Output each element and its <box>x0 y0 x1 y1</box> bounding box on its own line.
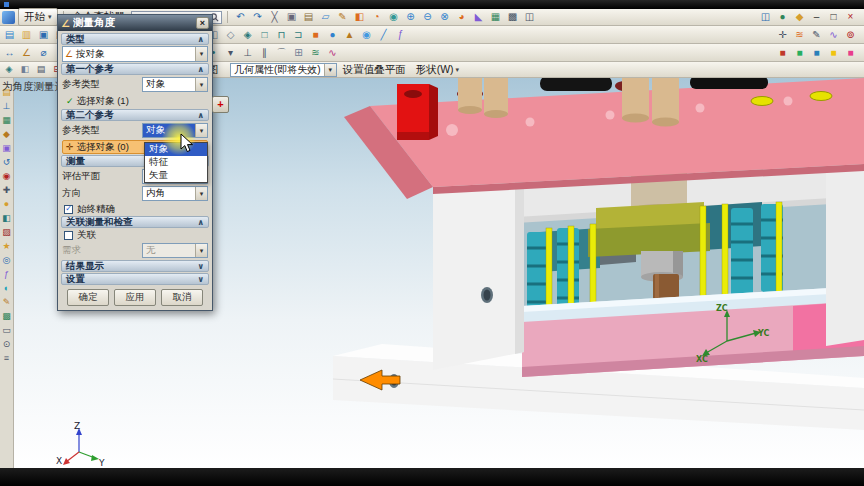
spring-cyan-3[interactable] <box>731 208 753 296</box>
iso-view-icon[interactable]: ◈ <box>240 27 255 42</box>
expressions-icon[interactable]: ƒ <box>1 268 13 280</box>
set-plane-button[interactable]: 设置值叠平面 <box>339 63 410 77</box>
sketch-icon[interactable]: ✎ <box>335 10 350 25</box>
red-clamp[interactable] <box>397 84 438 140</box>
pattern-icon[interactable]: ▩ <box>505 10 520 25</box>
constraint-navigator-icon[interactable]: ⊥ <box>1 100 13 112</box>
ref1-select-object[interactable]: ✓ 选择对象 (1) <box>62 94 208 108</box>
wireframe-view-icon[interactable]: ◇ <box>223 27 238 42</box>
save-icon[interactable]: ▣ <box>36 27 51 42</box>
shape-menu[interactable]: 形状(W) ▾ <box>412 63 463 77</box>
dropdown-option[interactable]: 矢量 <box>145 169 207 182</box>
unite-icon[interactable]: ⊕ <box>403 10 418 25</box>
settings-icon[interactable]: ≡ <box>1 352 13 364</box>
mirror-icon[interactable]: ◫ <box>522 10 537 25</box>
cancel-button[interactable]: 取消 <box>161 289 203 306</box>
datum-plane-icon[interactable]: ▱ <box>318 10 333 25</box>
combo-arrow-icon[interactable]: ▾ <box>195 187 207 200</box>
copy-icon[interactable]: ▣ <box>284 10 299 25</box>
perpendicular-icon[interactable]: ⊥ <box>240 45 255 60</box>
combo-arrow-icon[interactable]: ▾ <box>195 124 207 137</box>
measure-diameter-icon[interactable]: ⌀ <box>36 45 51 60</box>
undo-icon[interactable]: ↶ <box>233 10 248 25</box>
search-icon[interactable]: ⊙ <box>1 338 13 350</box>
materials-icon[interactable]: ▨ <box>1 226 13 238</box>
right-support-block[interactable] <box>826 156 864 346</box>
notes-icon[interactable]: ✎ <box>1 296 13 308</box>
simulation-icon[interactable]: ∿ <box>826 27 841 42</box>
paste-icon[interactable]: ▤ <box>301 10 316 25</box>
direction-combo[interactable]: 内角 ▾ <box>142 186 208 201</box>
exact-checkbox-row[interactable]: ✓ 始终精确 <box>64 203 206 215</box>
measure-angle-icon[interactable]: ∠ <box>19 45 34 60</box>
point-dialog-button[interactable]: + <box>212 96 229 113</box>
type-combo[interactable]: ∠ 按对象 ▾ <box>62 46 208 62</box>
associative-checkbox-row[interactable]: 关联 <box>64 229 206 241</box>
drafting-icon[interactable]: ✎ <box>809 27 824 42</box>
geometry-properties-combo[interactable]: 几何属性(即将失效) ▾ <box>230 63 337 77</box>
close-icon[interactable]: × <box>843 10 858 25</box>
block-icon[interactable]: ■ <box>308 27 323 42</box>
background-icon[interactable]: ▤ <box>34 63 48 77</box>
tangent-icon[interactable]: ⌒ <box>274 45 289 60</box>
dialog-close-button[interactable]: × <box>196 17 209 29</box>
curve-icon[interactable]: ∿ <box>325 45 340 60</box>
ok-button[interactable]: 确定 <box>67 289 109 306</box>
grid-icon[interactable]: ⊞ <box>291 45 306 60</box>
sphere-icon[interactable]: ◉ <box>359 27 374 42</box>
analysis-icon[interactable]: ≋ <box>308 45 323 60</box>
combo-arrow-icon[interactable]: ▾ <box>195 47 207 61</box>
apply-button[interactable]: 应用 <box>114 289 156 306</box>
checkbox-checked-icon[interactable]: ✓ <box>64 205 73 214</box>
intersect-icon[interactable]: ⊗ <box>437 10 452 25</box>
tool-yellow-icon[interactable]: ■ <box>826 45 841 60</box>
bookmarks-icon[interactable]: ★ <box>1 240 13 252</box>
edge-blend-icon[interactable]: ◕ <box>454 10 469 25</box>
section-association[interactable]: 关联测量和检查 ∧ <box>61 216 209 228</box>
side-view-icon[interactable]: ⊐ <box>291 27 306 42</box>
touch-panel-icon[interactable]: ▭ <box>1 324 13 336</box>
user-icon[interactable]: ● <box>775 10 790 25</box>
cone-icon[interactable]: ▲ <box>342 27 357 42</box>
part-navigator-icon[interactable]: ▦ <box>1 114 13 126</box>
datum-axis-icon[interactable]: ╱ <box>376 27 391 42</box>
cam-icon[interactable]: ⊚ <box>843 27 858 42</box>
ref2-type-combo[interactable]: 对象 ▾ <box>142 123 208 138</box>
section-first-reference[interactable]: 第一个参考 ∧ <box>61 63 209 75</box>
tool-pink-icon[interactable]: ■ <box>843 45 858 60</box>
cut-icon[interactable]: ╳ <box>267 10 282 25</box>
dropdown-option[interactable]: 对象 <box>145 143 207 156</box>
front-view-icon[interactable]: □ <box>257 27 272 42</box>
view-orient-icon[interactable]: ◈ <box>2 63 16 77</box>
expression-icon[interactable]: ƒ <box>393 27 408 42</box>
ref1-type-combo[interactable]: 对象 ▾ <box>142 77 208 92</box>
cylinder-icon[interactable]: ● <box>325 27 340 42</box>
checkbox-icon[interactable] <box>64 231 73 240</box>
revolve-icon[interactable]: ◔ <box>369 10 384 25</box>
system-scenes-icon[interactable]: ◧ <box>1 212 13 224</box>
roles2-icon[interactable]: ● <box>1 198 13 210</box>
subtract-icon[interactable]: ⊖ <box>420 10 435 25</box>
left-support-block[interactable] <box>433 176 524 370</box>
history-icon[interactable]: ↺ <box>1 156 13 168</box>
section-settings[interactable]: 设置 ∨ <box>61 273 209 285</box>
restore-icon[interactable]: □ <box>826 10 841 25</box>
section-type[interactable]: 类型 ∧ <box>61 33 209 45</box>
start-menu-button[interactable]: 开始 ▾ <box>18 8 58 26</box>
chamfer-icon[interactable]: ◣ <box>471 10 486 25</box>
web-browser-icon[interactable]: ◎ <box>1 254 13 266</box>
section-results[interactable]: 结果显示 ∨ <box>61 260 209 272</box>
process-studio-icon[interactable]: ◉ <box>1 170 13 182</box>
dialog-titlebar[interactable]: ∠ 测量角度 × <box>58 15 212 31</box>
shell-icon[interactable]: ▦ <box>488 10 503 25</box>
reuse-library-icon[interactable]: ◆ <box>1 128 13 140</box>
dropdown-option[interactable]: 特征 <box>145 156 207 169</box>
tool-green-icon[interactable]: ■ <box>792 45 807 60</box>
measure-distance-icon[interactable]: ↔ <box>2 45 17 60</box>
parallel-icon[interactable]: ∥ <box>257 45 272 60</box>
manufacturing-wizard-icon[interactable]: ✚ <box>1 184 13 196</box>
open-file-icon[interactable]: ▥ <box>19 27 34 42</box>
view-palette-icon[interactable]: ▣ <box>1 142 13 154</box>
tool-blue-icon[interactable]: ■ <box>809 45 824 60</box>
hole-icon[interactable]: ◉ <box>386 10 401 25</box>
